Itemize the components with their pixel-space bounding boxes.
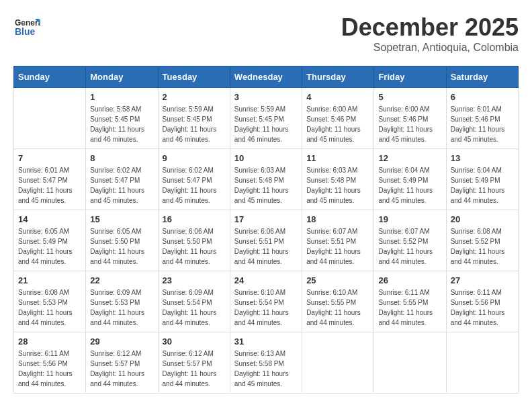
day-number: 29 — [90, 336, 153, 347]
weekday-header-tuesday: Tuesday — [158, 66, 230, 88]
weekday-header-monday: Monday — [86, 66, 158, 88]
day-info: Sunrise: 6:01 AMSunset: 5:47 PMDaylight:… — [18, 165, 81, 205]
day-info: Sunrise: 6:02 AMSunset: 5:47 PMDaylight:… — [90, 165, 153, 205]
day-number: 27 — [451, 275, 514, 285]
day-info: Sunrise: 6:10 AMSunset: 5:54 PMDaylight:… — [234, 287, 298, 328]
calendar-cell — [374, 332, 446, 394]
day-number: 26 — [378, 275, 441, 285]
day-number: 4 — [306, 92, 369, 102]
calendar-cell — [446, 332, 518, 394]
day-info: Sunrise: 6:03 AMSunset: 5:48 PMDaylight:… — [306, 165, 369, 205]
day-info: Sunrise: 6:11 AMSunset: 5:56 PMDaylight:… — [18, 349, 81, 389]
day-number: 16 — [163, 214, 226, 224]
day-info: Sunrise: 5:58 AMSunset: 5:45 PMDaylight:… — [90, 104, 153, 144]
day-number: 15 — [90, 214, 153, 224]
day-number: 7 — [18, 153, 81, 163]
calendar-cell — [302, 332, 374, 394]
day-info: Sunrise: 6:11 AMSunset: 5:56 PMDaylight:… — [451, 287, 514, 328]
day-info: Sunrise: 6:08 AMSunset: 5:52 PMDaylight:… — [451, 226, 514, 267]
day-info: Sunrise: 6:09 AMSunset: 5:54 PMDaylight:… — [163, 287, 226, 328]
weekday-header-wednesday: Wednesday — [230, 66, 302, 88]
day-number: 12 — [378, 153, 441, 163]
day-info: Sunrise: 6:07 AMSunset: 5:52 PMDaylight:… — [378, 226, 441, 267]
day-info: Sunrise: 6:03 AMSunset: 5:48 PMDaylight:… — [234, 165, 298, 205]
day-info: Sunrise: 6:12 AMSunset: 5:57 PMDaylight:… — [163, 349, 226, 389]
day-number: 22 — [90, 275, 153, 285]
calendar-cell: 31Sunrise: 6:13 AMSunset: 5:58 PMDayligh… — [230, 332, 302, 394]
day-info: Sunrise: 6:00 AMSunset: 5:46 PMDaylight:… — [306, 104, 369, 144]
day-number: 17 — [234, 214, 298, 224]
day-info: Sunrise: 6:13 AMSunset: 5:58 PMDaylight:… — [234, 349, 298, 389]
day-number: 24 — [234, 275, 298, 285]
calendar-cell: 5Sunrise: 6:00 AMSunset: 5:46 PMDaylight… — [374, 88, 446, 149]
day-number: 6 — [451, 92, 514, 102]
logo-icon: General Blue — [13, 13, 40, 40]
day-number: 31 — [234, 336, 298, 347]
calendar-cell: 27Sunrise: 6:11 AMSunset: 5:56 PMDayligh… — [446, 271, 518, 332]
day-info: Sunrise: 6:07 AMSunset: 5:51 PMDaylight:… — [306, 226, 369, 267]
day-number: 28 — [18, 336, 81, 347]
calendar-cell: 24Sunrise: 6:10 AMSunset: 5:54 PMDayligh… — [230, 271, 302, 332]
day-number: 25 — [306, 275, 369, 285]
day-number: 19 — [378, 214, 441, 224]
calendar-cell: 15Sunrise: 6:05 AMSunset: 5:50 PMDayligh… — [86, 210, 158, 271]
calendar-cell: 16Sunrise: 6:06 AMSunset: 5:50 PMDayligh… — [158, 210, 230, 271]
calendar-cell: 1Sunrise: 5:58 AMSunset: 5:45 PMDaylight… — [86, 88, 158, 149]
calendar-cell: 8Sunrise: 6:02 AMSunset: 5:47 PMDaylight… — [86, 149, 158, 210]
day-info: Sunrise: 6:10 AMSunset: 5:55 PMDaylight:… — [306, 287, 369, 328]
calendar-cell: 9Sunrise: 6:02 AMSunset: 5:47 PMDaylight… — [158, 149, 230, 210]
day-info: Sunrise: 6:06 AMSunset: 5:51 PMDaylight:… — [234, 226, 298, 267]
calendar-cell — [14, 88, 86, 149]
day-number: 20 — [451, 214, 514, 224]
title-section: December 2025 Sopetran, Antioquia, Colom… — [341, 13, 519, 54]
calendar-cell: 20Sunrise: 6:08 AMSunset: 5:52 PMDayligh… — [446, 210, 518, 271]
calendar-cell: 12Sunrise: 6:04 AMSunset: 5:49 PMDayligh… — [374, 149, 446, 210]
calendar-cell: 11Sunrise: 6:03 AMSunset: 5:48 PMDayligh… — [302, 149, 374, 210]
day-info: Sunrise: 6:05 AMSunset: 5:49 PMDaylight:… — [18, 226, 81, 267]
day-number: 2 — [163, 92, 226, 102]
svg-text:Blue: Blue — [15, 26, 36, 37]
calendar-cell: 26Sunrise: 6:11 AMSunset: 5:55 PMDayligh… — [374, 271, 446, 332]
calendar-cell: 3Sunrise: 5:59 AMSunset: 5:45 PMDaylight… — [230, 88, 302, 149]
day-number: 9 — [163, 153, 226, 163]
calendar-cell: 10Sunrise: 6:03 AMSunset: 5:48 PMDayligh… — [230, 149, 302, 210]
month-title: December 2025 — [341, 13, 519, 42]
day-info: Sunrise: 6:01 AMSunset: 5:46 PMDaylight:… — [451, 104, 514, 144]
calendar-cell: 6Sunrise: 6:01 AMSunset: 5:46 PMDaylight… — [446, 88, 518, 149]
day-number: 30 — [163, 336, 226, 347]
day-info: Sunrise: 6:06 AMSunset: 5:50 PMDaylight:… — [163, 226, 226, 267]
day-number: 10 — [234, 153, 298, 163]
day-number: 5 — [378, 92, 441, 102]
day-info: Sunrise: 6:09 AMSunset: 5:53 PMDaylight:… — [90, 287, 153, 328]
day-info: Sunrise: 5:59 AMSunset: 5:45 PMDaylight:… — [163, 104, 226, 144]
day-number: 3 — [234, 92, 298, 102]
day-info: Sunrise: 6:04 AMSunset: 5:49 PMDaylight:… — [378, 165, 441, 205]
day-number: 1 — [90, 92, 153, 102]
calendar-cell: 18Sunrise: 6:07 AMSunset: 5:51 PMDayligh… — [302, 210, 374, 271]
day-info: Sunrise: 6:12 AMSunset: 5:57 PMDaylight:… — [90, 349, 153, 389]
logo: General Blue — [13, 13, 40, 43]
calendar-cell: 2Sunrise: 5:59 AMSunset: 5:45 PMDaylight… — [158, 88, 230, 149]
calendar-cell: 17Sunrise: 6:06 AMSunset: 5:51 PMDayligh… — [230, 210, 302, 271]
calendar-cell: 23Sunrise: 6:09 AMSunset: 5:54 PMDayligh… — [158, 271, 230, 332]
day-info: Sunrise: 6:04 AMSunset: 5:49 PMDaylight:… — [451, 165, 514, 205]
day-info: Sunrise: 6:08 AMSunset: 5:53 PMDaylight:… — [18, 287, 81, 328]
calendar-cell: 7Sunrise: 6:01 AMSunset: 5:47 PMDaylight… — [14, 149, 86, 210]
day-number: 18 — [306, 214, 369, 224]
day-number: 23 — [163, 275, 226, 285]
calendar-cell: 22Sunrise: 6:09 AMSunset: 5:53 PMDayligh… — [86, 271, 158, 332]
location-title: Sopetran, Antioquia, Colombia — [341, 42, 519, 54]
calendar-cell: 29Sunrise: 6:12 AMSunset: 5:57 PMDayligh… — [86, 332, 158, 394]
calendar-cell: 28Sunrise: 6:11 AMSunset: 5:56 PMDayligh… — [14, 332, 86, 394]
day-info: Sunrise: 6:00 AMSunset: 5:46 PMDaylight:… — [378, 104, 441, 144]
day-info: Sunrise: 6:02 AMSunset: 5:47 PMDaylight:… — [163, 165, 226, 205]
day-number: 8 — [90, 153, 153, 163]
calendar-cell: 30Sunrise: 6:12 AMSunset: 5:57 PMDayligh… — [158, 332, 230, 394]
day-number: 21 — [18, 275, 81, 285]
weekday-header-saturday: Saturday — [446, 66, 518, 88]
calendar-cell: 13Sunrise: 6:04 AMSunset: 5:49 PMDayligh… — [446, 149, 518, 210]
calendar-cell: 4Sunrise: 6:00 AMSunset: 5:46 PMDaylight… — [302, 88, 374, 149]
day-info: Sunrise: 6:05 AMSunset: 5:50 PMDaylight:… — [90, 226, 153, 267]
day-number: 13 — [451, 153, 514, 163]
calendar-cell: 19Sunrise: 6:07 AMSunset: 5:52 PMDayligh… — [374, 210, 446, 271]
